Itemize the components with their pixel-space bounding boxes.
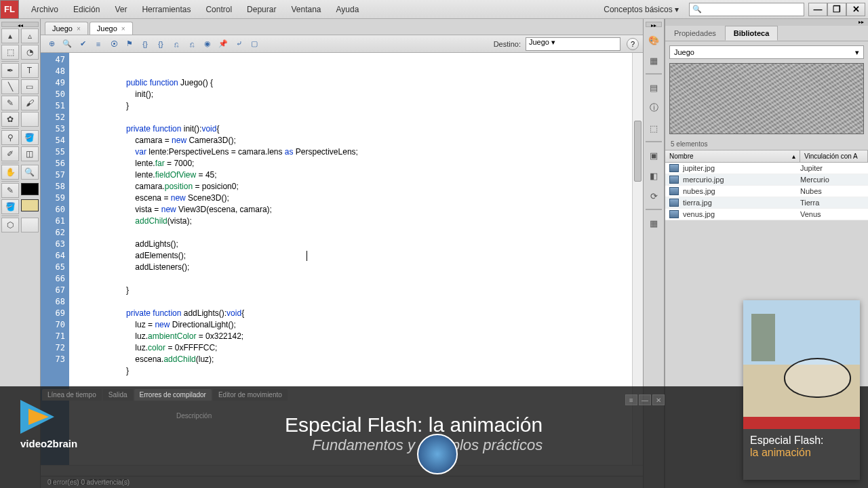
stroke-color-swatch[interactable] — [21, 183, 39, 195]
eraser-tool[interactable]: ◫ — [21, 146, 39, 161]
tab-label: Juego — [52, 24, 73, 33]
color-panel-icon[interactable]: 🎨 — [646, 33, 662, 47]
panel-collapse-icon[interactable]: — — [639, 394, 651, 405]
video-title: Especial Flash: la animación — [285, 413, 542, 436]
expand-icon[interactable]: {} — [154, 38, 167, 50]
rectangle-tool[interactable]: ▭ — [21, 79, 39, 94]
autoformat-icon[interactable]: ≡ — [92, 38, 105, 50]
add-code-icon[interactable]: ⊕ — [45, 38, 58, 50]
components-panel-icon[interactable]: ◧ — [646, 168, 662, 183]
subselection-tool[interactable]: ▵ — [21, 28, 39, 43]
target-label: Destino: — [494, 40, 521, 48]
motion-presets-icon[interactable]: ⟳ — [646, 188, 662, 203]
video-subtitle: Fundamentos y ejemplos prácticos — [285, 436, 542, 454]
panel-collapse-icon[interactable]: ▸▸ — [646, 22, 662, 27]
video2brain-logo: video2brain — [20, 400, 77, 449]
workspace-selector[interactable]: Conceptos básicos ▾ — [597, 3, 685, 16]
panel-collapse-icon[interactable]: ◂◂ — [1, 22, 39, 27]
collapse-icon[interactable]: {} — [138, 38, 152, 50]
library-item[interactable]: nubes.jpgNubes — [665, 186, 868, 197]
column-nombre[interactable]: Nombre▴ — [665, 150, 800, 162]
code-toolbar: ⊕ 🔍 ✔ ≡ ⦿ ⚑ {} {} ⎌ ⎌ ◉ 📌 ⤶ ▢ Destino: J… — [41, 35, 643, 53]
stroke-color-icon[interactable]: ✎ — [1, 183, 19, 198]
doc-tab-juego-1[interactable]: Juego × — [45, 22, 88, 35]
promo-card: Especial Flash: la animación — [743, 300, 860, 480]
help-icon[interactable]: ? — [627, 38, 639, 50]
code-snippets-icon[interactable]: ▣ — [646, 148, 662, 163]
promo-title-line2: la animación — [750, 447, 853, 459]
eyedropper-tool[interactable]: ✐ — [1, 146, 19, 161]
project-panel-icon[interactable]: ▦ — [646, 216, 662, 230]
search-input[interactable]: 🔍 — [689, 3, 804, 16]
snap-tool[interactable]: ⬡ — [1, 218, 19, 232]
library-item[interactable]: jupiter.jpgJupiter — [665, 163, 868, 174]
menu-control[interactable]: Control — [199, 2, 239, 17]
free-transform-tool[interactable]: ⬚ — [1, 45, 19, 60]
hand-tool[interactable]: ✋ — [1, 165, 19, 180]
library-item[interactable]: tierra.jpgTierra — [665, 197, 868, 209]
close-button[interactable]: ✕ — [846, 3, 865, 16]
close-icon[interactable]: × — [77, 25, 81, 33]
check-syntax-icon[interactable]: ✔ — [76, 38, 90, 50]
comment-icon[interactable]: ⎌ — [170, 38, 183, 50]
close-icon[interactable]: × — [121, 25, 125, 33]
panel-collapse-icon[interactable]: ▸▸ — [665, 19, 868, 26]
menu-depurar[interactable]: Depurar — [240, 2, 283, 17]
minimize-button[interactable]: — — [808, 3, 827, 16]
pen-tool[interactable]: ✒ — [1, 63, 19, 78]
info-panel-icon[interactable]: ⓘ — [646, 100, 662, 115]
tab-biblioteca[interactable]: Biblioteca — [725, 26, 778, 41]
promo-image — [743, 300, 860, 417]
library-item[interactable]: venus.jpgVenus — [665, 209, 868, 220]
lasso-tool[interactable]: ◔ — [21, 45, 39, 60]
menu-herramientas[interactable]: Herramientas — [135, 2, 197, 17]
library-document-select[interactable]: Juego▾ — [669, 45, 864, 59]
code-hint-icon[interactable]: ⦿ — [107, 38, 121, 50]
bone-tool[interactable]: ⚲ — [1, 130, 19, 145]
fill-color-swatch[interactable] — [21, 199, 39, 211]
tab-propiedades[interactable]: Propiedades — [665, 26, 725, 41]
show-hide-icon[interactable]: ◉ — [201, 38, 214, 50]
snippets-icon[interactable]: ▢ — [248, 38, 261, 50]
tab-editor-movimiento[interactable]: Editor de movimiento — [213, 389, 288, 401]
video-title-overlay: Especial Flash: la animación Fundamentos… — [285, 413, 542, 454]
selection-tool[interactable]: ▴ — [1, 28, 19, 43]
fill-color-icon[interactable]: 🪣 — [1, 199, 19, 214]
maximize-button[interactable]: ❐ — [827, 3, 846, 16]
find-icon[interactable]: 🔍 — [60, 38, 74, 50]
menu-archivo[interactable]: Archivo — [24, 2, 65, 17]
tab-errores[interactable]: Errores de compilador — [134, 389, 212, 401]
debug-icon[interactable]: ⚑ — [123, 38, 136, 50]
align-panel-icon[interactable]: ▤ — [646, 80, 662, 95]
image-icon — [669, 199, 679, 207]
play-button-icon[interactable] — [417, 434, 458, 474]
wrap-icon[interactable]: ⤶ — [232, 38, 245, 50]
library-item[interactable]: mercurio.jpgMercurio — [665, 174, 868, 186]
tab-linea-de-tiempo[interactable]: Línea de tiempo — [42, 389, 102, 401]
image-icon — [669, 187, 679, 195]
brush-tool[interactable]: 🖌 — [21, 96, 39, 110]
transform-panel-icon[interactable]: ⬚ — [646, 121, 662, 136]
uncomment-icon[interactable]: ⎌ — [185, 38, 199, 50]
column-vinculacion[interactable]: Vinculación con A — [800, 150, 868, 162]
menu-ver[interactable]: Ver — [108, 2, 134, 17]
doc-tab-juego-2[interactable]: Juego × — [90, 22, 133, 35]
zoom-tool[interactable]: 🔍 — [21, 165, 39, 180]
paint-bucket-tool[interactable]: 🪣 — [21, 130, 39, 145]
text-tool[interactable]: T — [21, 63, 39, 78]
panel-menu-icon[interactable]: ≡ — [625, 394, 637, 405]
menu-ayuda[interactable]: Ayuda — [330, 2, 366, 17]
panel-close-icon[interactable]: ✕ — [652, 394, 665, 405]
pencil-tool[interactable]: ✎ — [1, 96, 19, 110]
pin-icon[interactable]: 📌 — [216, 38, 230, 50]
image-icon — [669, 164, 679, 172]
library-list: jupiter.jpgJupitermercurio.jpgMercurionu… — [665, 163, 868, 220]
tab-salida[interactable]: Salida — [103, 389, 133, 401]
menu-edicion[interactable]: Edición — [66, 2, 106, 17]
target-select[interactable]: Juego ▾ — [526, 37, 620, 51]
menu-ventana[interactable]: Ventana — [284, 2, 328, 17]
deco-tool[interactable]: ✿ — [1, 112, 19, 127]
swatches-panel-icon[interactable]: ▦ — [646, 53, 662, 68]
app-logo: FL — [0, 0, 19, 19]
line-tool[interactable]: ╲ — [1, 79, 19, 94]
